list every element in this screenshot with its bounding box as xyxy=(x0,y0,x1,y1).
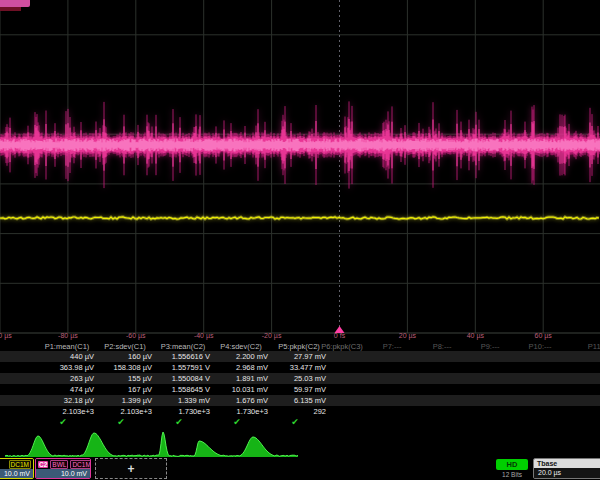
c2-badge-dc1m: DC1M xyxy=(70,460,91,469)
measure-row-mean: 363.98 µV158.308 µV1.557591 V2.968 mV33.… xyxy=(0,362,600,373)
measure-cell-value-P3: 1.556616 V xyxy=(152,352,210,361)
measure-row-num: 2.103e+32.103e+31.730e+31.730e+3292 xyxy=(0,406,600,417)
persistence-badge xyxy=(0,0,30,7)
time-axis-label: 0 fs xyxy=(334,332,345,339)
measure-cell-sdev-P2: 1.399 µV xyxy=(94,396,152,405)
measure-cell-num-P5: 292 xyxy=(268,407,326,416)
measure-header-dim[interactable]: P7:--- xyxy=(383,342,402,351)
add-channel-button[interactable]: + xyxy=(95,458,167,479)
plus-icon: + xyxy=(127,462,134,476)
measurement-histicon[interactable] xyxy=(0,431,600,458)
measure-cell-max-P4: 10.031 mV xyxy=(210,385,268,394)
measure-cell-num-P4: 1.730e+3 xyxy=(210,407,268,416)
graticule xyxy=(0,0,600,333)
bit-depth-label: 12 Bits xyxy=(496,471,528,478)
measure-cell-min-P2: 155 µV xyxy=(94,374,152,383)
measure-cell-value-P5: 27.97 mV xyxy=(268,352,326,361)
status-check-icon: ✔ xyxy=(59,417,67,427)
time-axis-label: 20 µs xyxy=(399,332,416,339)
time-axis-label: 40 µs xyxy=(467,332,484,339)
trace-c2 xyxy=(0,101,600,188)
channel-c1-badges: DC1M xyxy=(0,459,33,469)
measure-header-row: P1:mean(C1)P2:sdev(C1)P3:mean(C2)P4:sdev… xyxy=(0,341,600,351)
measure-cell-value-P4: 2.200 mV xyxy=(210,352,268,361)
measure-cell-min-P1: 263 µV xyxy=(36,374,94,383)
measure-status-row: ✔✔✔✔✔ xyxy=(0,417,600,430)
measure-cell-sdev-P3: 1.339 mV xyxy=(152,396,210,405)
time-axis: -100 µs-80 µs-60 µs-40 µs-20 µs0 fs20 µs… xyxy=(0,332,600,341)
measure-cell-max-P1: 474 µV xyxy=(36,385,94,394)
measure-cell-sdev-P4: 1.676 mV xyxy=(210,396,268,405)
waveform-grid-area[interactable] xyxy=(0,0,600,334)
measure-cell-max-P2: 167 µV xyxy=(94,385,152,394)
measure-cell-value-P2: 160 µV xyxy=(94,352,152,361)
status-check-icon: ✔ xyxy=(117,417,125,427)
measure-row-sdev: 32.18 µV1.399 µV1.339 mV1.676 mV6.135 mV xyxy=(0,395,600,406)
measure-header-dim[interactable]: P9:--- xyxy=(481,342,500,351)
c1-badge-dc1m: DC1M xyxy=(9,460,31,469)
c2-label-badge: C2 xyxy=(38,461,48,468)
c2-badge-bwl: BWL xyxy=(50,460,68,469)
measure-cell-mean-P3: 1.557591 V xyxy=(152,363,210,372)
oscilloscope-screen: -100 µs-80 µs-60 µs-40 µs-20 µs0 fs20 µs… xyxy=(0,0,600,480)
channel-c2-scale: 10.0 mV xyxy=(36,469,90,479)
time-axis-label: -20 µs xyxy=(262,332,282,339)
measure-header-2[interactable]: P2:sdev(C1) xyxy=(104,342,146,351)
measure-header-dim[interactable]: P11:--- xyxy=(588,342,600,351)
measure-header-dim[interactable]: P10:--- xyxy=(529,342,552,351)
measure-cell-num-P2: 2.103e+3 xyxy=(94,407,152,416)
measure-cell-min-P5: 25.03 mV xyxy=(268,374,326,383)
measure-row-max: 474 µV167 µV1.558645 V10.031 mV59.97 mV xyxy=(0,384,600,395)
timebase-title: Tbase xyxy=(534,459,600,468)
measure-header-3[interactable]: P3:mean(C2) xyxy=(161,342,206,351)
measure-cell-mean-P5: 33.477 mV xyxy=(268,363,326,372)
time-axis-label: 60 µs xyxy=(535,332,552,339)
measurement-table: P1:mean(C1)P2:sdev(C1)P3:mean(C2)P4:sdev… xyxy=(0,341,600,430)
measure-header-5[interactable]: P5:pkpk(C2) xyxy=(278,342,320,351)
measure-cell-min-P3: 1.550084 V xyxy=(152,374,210,383)
time-axis-label: -80 µs xyxy=(58,332,78,339)
measure-header-1[interactable]: P1:mean(C1) xyxy=(45,342,90,351)
measure-cell-mean-P2: 158.308 µV xyxy=(94,363,152,372)
trace-c1 xyxy=(0,217,599,219)
time-axis-label: -100 µs xyxy=(0,332,12,339)
measure-cell-max-P5: 59.97 mV xyxy=(268,385,326,394)
measure-cell-mean-P4: 2.968 mV xyxy=(210,363,268,372)
measure-row-value: 440 µV160 µV1.556616 V2.200 mV27.97 mV xyxy=(0,351,600,362)
channel-c1-scale: 10.0 mV xyxy=(0,469,33,479)
persistence-badge-underline xyxy=(0,7,21,11)
measure-cell-value-P1: 440 µV xyxy=(36,352,94,361)
channel-c1-descriptor[interactable]: DC1M 10.0 mV xyxy=(0,458,34,479)
time-axis-label: -60 µs xyxy=(126,332,146,339)
status-check-icon: ✔ xyxy=(291,417,299,427)
measure-cell-max-P3: 1.558645 V xyxy=(152,385,210,394)
channel-c2-descriptor[interactable]: C2BWLDC1M 10.0 mV xyxy=(35,458,91,479)
measure-cell-sdev-P5: 6.135 mV xyxy=(268,396,326,405)
status-check-icon: ✔ xyxy=(175,417,183,427)
measure-header-dim[interactable]: P8:--- xyxy=(433,342,452,351)
measure-row-min: 263 µV155 µV1.550084 V1.891 mV25.03 mV xyxy=(0,373,600,384)
measure-cell-mean-P1: 363.98 µV xyxy=(36,363,94,372)
measure-header-4[interactable]: P4:sdev(C2) xyxy=(220,342,262,351)
bottom-toolbar: DC1M 10.0 mV C2BWLDC1M 10.0 mV + HD 12 B… xyxy=(0,458,600,480)
measure-cell-num-P3: 1.730e+3 xyxy=(152,407,210,416)
measure-cell-min-P4: 1.891 mV xyxy=(210,374,268,383)
measure-cell-sdev-P1: 32.18 µV xyxy=(36,396,94,405)
timebase-scale: 20.0 µs xyxy=(534,468,600,479)
time-axis-label: -40 µs xyxy=(194,332,214,339)
measure-header-dim[interactable]: P6:pkpk(C3) xyxy=(321,342,363,351)
channel-c2-badges: C2BWLDC1M xyxy=(36,459,90,469)
timebase-descriptor[interactable]: Tbase 20.0 µs xyxy=(533,458,600,479)
status-check-icon: ✔ xyxy=(233,417,241,427)
measure-cell-num-P1: 2.103e+3 xyxy=(36,407,94,416)
hd-mode-badge[interactable]: HD xyxy=(496,459,528,470)
